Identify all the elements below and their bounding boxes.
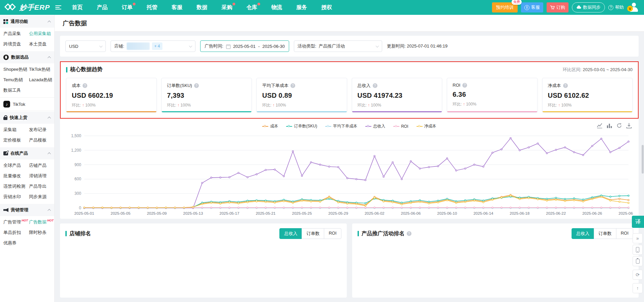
sidebar-item-product-collect[interactable]: 产品采集 bbox=[3, 28, 29, 39]
menu-toggle-icon[interactable] bbox=[55, 5, 61, 9]
question-icon[interactable]: ? bbox=[194, 83, 199, 88]
book-training-button[interactable]: 预约培训 免费 bbox=[492, 2, 518, 12]
svg-text:2025-06-18: 2025-06-18 bbox=[510, 211, 530, 215]
calendar-icon bbox=[226, 44, 231, 49]
sidebar-item-batch-edit[interactable]: 批量修改 bbox=[3, 171, 29, 181]
kpi-value: USD 0.89 bbox=[262, 92, 341, 99]
currency-select[interactable]: USD bbox=[65, 40, 106, 52]
tab-revenue[interactable]: 总收入 bbox=[572, 228, 594, 239]
sidebar-item-global-products[interactable]: 全球产品 bbox=[3, 160, 29, 171]
sidebar-item-ad-management[interactable]: 广告管理HOT bbox=[3, 217, 29, 227]
tab-roi[interactable]: ROI bbox=[324, 228, 341, 239]
sidebar-item-publish-records[interactable]: 发布记录 bbox=[29, 124, 53, 135]
sidebar-section-data-picking[interactable]: 数据选品 bbox=[0, 51, 54, 63]
sidebar-item-item-discount[interactable]: 单品折扣 bbox=[3, 227, 29, 238]
sidebar-item-product-template[interactable]: 产品模板 bbox=[29, 135, 53, 145]
nav-item-service[interactable]: 客服 bbox=[164, 0, 189, 15]
brand-logo[interactable]: 妙手ERP bbox=[0, 3, 55, 12]
question-icon[interactable]: ? bbox=[462, 83, 467, 88]
sidebar-item-public-collect-box[interactable]: 公用采集箱 bbox=[29, 28, 53, 39]
tab-revenue[interactable]: 总收入 bbox=[279, 228, 302, 239]
question-icon[interactable]: ? bbox=[83, 83, 87, 88]
sidebar-item-shopee-hot[interactable]: Shopee热销 bbox=[3, 64, 29, 74]
sidebar-item-banned-word-check[interactable]: 违禁词检测 bbox=[3, 181, 29, 191]
legend-marker bbox=[325, 126, 331, 127]
customer-support-button[interactable]: ‖ 客服 bbox=[521, 2, 543, 12]
nav-item-authorization[interactable]: 授权 bbox=[314, 0, 339, 15]
legend-item[interactable]: 总收入 bbox=[365, 123, 385, 129]
activity-type-select[interactable]: 活动类型: 产品推广活动 bbox=[294, 40, 382, 52]
tab-orders[interactable]: 订单数 bbox=[302, 228, 324, 239]
sidebar-item-temu-hot[interactable]: Temu热销 bbox=[3, 74, 29, 85]
collapse-panel-button[interactable]: » bbox=[633, 233, 643, 243]
sidebar-item-collect-box[interactable]: 采集箱 bbox=[3, 124, 29, 135]
date-start[interactable]: 2025-05-01 bbox=[233, 44, 256, 49]
sidebar-section-marketing[interactable]: 营销管理 bbox=[0, 204, 54, 216]
sidebar-item-lazada-hot[interactable]: Lazada热销 bbox=[29, 74, 53, 85]
question-icon[interactable]: ? bbox=[373, 83, 377, 88]
back-to-top-button[interactable]: ↑ bbox=[633, 283, 643, 293]
sidebar-item-ad-data[interactable]: 广告数据HOT bbox=[29, 217, 53, 227]
legend-item[interactable]: ROI bbox=[393, 124, 408, 129]
sidebar-item-product-export[interactable]: 产品导出 bbox=[29, 181, 53, 191]
legend-item[interactable]: 平均下单成本 bbox=[325, 123, 357, 129]
sidebar-item-tiktok-hot[interactable]: TikTok热销 bbox=[29, 64, 53, 74]
sidebar-item-slow-moving-cleanup[interactable]: 滞销清理 bbox=[29, 171, 53, 181]
question-icon: ? bbox=[608, 5, 613, 10]
sidebar-item-pricing-template[interactable]: 定价模板 bbox=[3, 135, 29, 145]
nav-item-home[interactable]: 首页 bbox=[65, 0, 90, 15]
kpi-accent-bar bbox=[447, 111, 537, 112]
trend-chart[interactable]: 03006009001,2001,5002025-05-012025-05-05… bbox=[65, 132, 633, 217]
nav-item-warehouse[interactable]: 仓库 bbox=[239, 0, 264, 15]
tab-roi[interactable]: ROI bbox=[616, 228, 633, 239]
download-icon[interactable] bbox=[626, 123, 632, 128]
nav-item-data[interactable]: 数据 bbox=[189, 0, 214, 15]
date-end[interactable]: 2025-06-30 bbox=[262, 44, 285, 49]
sidebar-item-crossborder-pool[interactable]: 跨境货盘 bbox=[3, 39, 29, 49]
section-accent-bar bbox=[358, 231, 359, 236]
mobile-app-button[interactable] bbox=[633, 245, 643, 255]
ad-date-range-picker[interactable]: 广告时间: 2025-05-01 - 2025-06-30 bbox=[200, 40, 289, 52]
sidebar-section-quick-listing[interactable]: 快速上货 bbox=[0, 112, 54, 124]
nav-item-orders[interactable]: 订单 bbox=[115, 0, 140, 15]
refresh-icon[interactable] bbox=[616, 123, 622, 128]
subscribe-button[interactable]: 订购 bbox=[547, 2, 569, 12]
sidebar-section-tiktok[interactable]: ♪ TikTok bbox=[0, 97, 54, 111]
legend-marker bbox=[393, 126, 399, 127]
nav-item-services[interactable]: 服务 bbox=[289, 0, 314, 15]
sidebar-item-flash-sale[interactable]: 限时秒杀 bbox=[29, 227, 53, 238]
refresh-page-button[interactable]: ⟳ bbox=[633, 270, 643, 280]
feedback-button[interactable] bbox=[633, 256, 643, 266]
bar-chart-icon[interactable] bbox=[607, 123, 612, 128]
kpi-card-orders: 订单数(SKU)? 7,393 环比: ↑ 100% bbox=[161, 78, 252, 113]
translate-button[interactable]: 译 bbox=[632, 216, 644, 228]
help-menu[interactable]: ? 帮助 bbox=[608, 4, 624, 10]
sidebar-item-data-tools[interactable]: 数据工具 bbox=[3, 85, 29, 95]
nav-item-hosting[interactable]: 托管 bbox=[140, 0, 164, 15]
line-chart-icon[interactable] bbox=[597, 123, 603, 128]
sidebar-section-online-products[interactable]: 在线产品 bbox=[0, 147, 54, 159]
question-icon[interactable]: ? bbox=[290, 83, 295, 88]
legend-item[interactable]: 成本 bbox=[262, 123, 278, 129]
sidebar-item-coupons[interactable]: 优惠券 bbox=[3, 238, 29, 248]
shop-select[interactable]: 店铺: + 4 bbox=[111, 40, 195, 52]
chevron-down-icon bbox=[189, 44, 192, 48]
tab-orders[interactable]: 订单数 bbox=[594, 228, 616, 239]
sidebar-item-local-pool[interactable]: 本土货盘 bbox=[29, 39, 53, 49]
nav-actions: 预约培训 免费 ‖ 客服 订购 数据同步 ? 帮助 V bbox=[492, 2, 644, 12]
scrollbar-thumb[interactable] bbox=[642, 145, 644, 174]
kpi-accent-bar bbox=[162, 111, 252, 112]
nav-item-logistics[interactable]: 物流 bbox=[264, 0, 289, 15]
nav-item-products[interactable]: 产品 bbox=[90, 0, 115, 15]
legend-item[interactable]: 订单数(SKU) bbox=[286, 123, 317, 129]
sidebar-item-sync-source[interactable]: 同步来源 bbox=[29, 191, 53, 202]
sidebar-item-shop-products[interactable]: 店铺产品 bbox=[29, 160, 53, 171]
sidebar-item-marketing-watermark[interactable]: 营销水印 bbox=[3, 191, 29, 202]
sidebar-section-general[interactable]: 通用功能 bbox=[0, 16, 54, 28]
legend-item[interactable]: 净成本 bbox=[417, 123, 436, 129]
nav-item-purchase[interactable]: 采购 bbox=[214, 0, 239, 15]
question-icon[interactable]: ? bbox=[563, 83, 568, 88]
data-sync-button[interactable]: 数据同步 bbox=[572, 2, 605, 12]
question-icon[interactable]: ? bbox=[407, 231, 411, 236]
user-avatar[interactable]: V bbox=[627, 2, 639, 12]
